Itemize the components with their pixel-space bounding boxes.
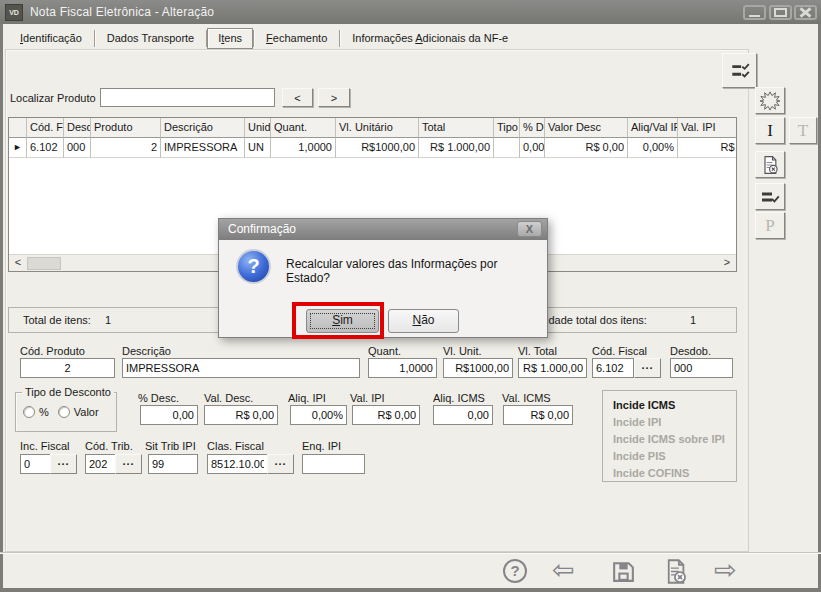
scrollbar-thumb[interactable] xyxy=(27,257,61,270)
grid-header-selector xyxy=(9,118,27,138)
enq-ipi-field[interactable] xyxy=(302,454,365,474)
previous-item-button[interactable]: < xyxy=(282,88,313,107)
dialog-close-button[interactable]: X xyxy=(517,221,542,237)
nao-button[interactable]: Não xyxy=(388,309,459,333)
grid-header-vl-unitario[interactable]: Vl. Unitário xyxy=(336,118,419,138)
val-ipi-label: Val. IPI xyxy=(350,392,385,404)
grid-header-total[interactable]: Total xyxy=(419,118,494,138)
vl-unit-field[interactable] xyxy=(443,358,513,378)
radio-valor[interactable]: Valor xyxy=(58,406,99,418)
cod-trib-lookup-button[interactable]: ... xyxy=(115,454,142,474)
val-icms-field[interactable] xyxy=(503,405,573,425)
quant-field[interactable] xyxy=(368,358,437,378)
save-icon xyxy=(610,558,637,585)
title-bar: VD Nota Fiscal Eletrônica - Alteração xyxy=(0,0,821,24)
maximize-button[interactable] xyxy=(769,5,792,20)
burst-button[interactable] xyxy=(755,87,785,114)
help-icon[interactable]: ? xyxy=(503,559,527,583)
tab-itens[interactable]: Itens xyxy=(207,28,253,49)
grid-header-aliq-val-ipi[interactable]: Aliq/Val IP xyxy=(628,118,678,138)
cell-vl-unitario: R$1000,00 xyxy=(336,138,419,158)
grid-header-produto[interactable]: Produto xyxy=(91,118,161,138)
minimize-icon xyxy=(749,15,760,17)
descricao-field[interactable] xyxy=(122,358,360,378)
minimize-button[interactable] xyxy=(743,5,766,20)
italic-button[interactable]: I xyxy=(755,117,785,144)
tab-informacoes-adicionais[interactable]: Informações Adicionais da NF-e xyxy=(340,28,520,49)
print-button: P xyxy=(755,212,785,239)
cod-produto-label: Cód. Produto xyxy=(20,345,85,357)
confirm-lines-button[interactable] xyxy=(755,183,785,210)
grid-header-cod-fiscal[interactable]: Cód. F xyxy=(27,118,64,138)
incide-icms-sobre-ipi: Incide ICMS sobre IPI xyxy=(613,431,736,448)
grid-header-valor-desc[interactable]: Valor Desc xyxy=(545,118,628,138)
vl-total-label: Vl. Total xyxy=(518,345,557,357)
total-itens-label: Total de itens: xyxy=(23,314,91,326)
close-button[interactable] xyxy=(794,5,817,20)
radio-percent-icon xyxy=(23,406,35,418)
incide-panel: Incide ICMS Incide IPI Incide ICMS sobre… xyxy=(602,390,737,482)
grid-header-tipo[interactable]: Tipo xyxy=(494,118,520,138)
val-desc-field[interactable] xyxy=(204,405,278,425)
forward-arrow-icon[interactable]: ⇨ xyxy=(714,557,737,584)
cancel-document-button[interactable] xyxy=(662,558,689,585)
cell-valor-desc: R$ 0,00 xyxy=(545,138,628,158)
bottom-toolbar-divider xyxy=(0,552,821,553)
save-button[interactable] xyxy=(610,558,637,585)
tab-dados-transporte[interactable]: Dados Transporte xyxy=(95,28,206,49)
desdob-field[interactable] xyxy=(670,358,733,378)
cell-quant: 1,0000 xyxy=(271,138,336,158)
document-delete-icon xyxy=(662,558,689,585)
grid-row-impressora[interactable]: ► 6.102 000 2 IMPRESSORA UN 1,0000 R$100… xyxy=(9,138,736,158)
aliq-ipi-field[interactable] xyxy=(290,405,347,425)
search-input[interactable] xyxy=(100,88,275,107)
inc-fiscal-lookup-button[interactable]: ... xyxy=(50,454,77,474)
sit-trib-ipi-field[interactable] xyxy=(148,454,198,474)
scroll-right-icon[interactable]: > xyxy=(719,255,735,270)
back-arrow-icon[interactable]: ⇦ xyxy=(552,557,575,584)
grid-header-desdob[interactable]: Desd xyxy=(64,118,91,138)
cell-val-ipi: R$ 0,00 xyxy=(678,138,737,158)
enq-ipi-label: Enq. IPI xyxy=(302,440,341,452)
pct-desc-label: % Desc. xyxy=(138,392,179,404)
cell-aliq-val-ipi: 0,00% xyxy=(628,138,678,158)
pct-desc-field[interactable] xyxy=(140,405,198,425)
val-desc-label: Val. Desc. xyxy=(204,392,253,404)
question-icon: ? xyxy=(236,249,271,284)
scroll-left-icon[interactable]: < xyxy=(10,255,26,270)
dialog-message: Recalcular valores das Informações por E… xyxy=(286,257,538,285)
tab-fechamento[interactable]: Fechamento xyxy=(254,28,339,49)
cod-fiscal-field[interactable] xyxy=(592,358,634,378)
quantidade-total-value: 1 xyxy=(690,314,696,326)
cod-produto-field[interactable] xyxy=(20,358,115,378)
incide-cofins: Incide COFINS xyxy=(613,465,736,482)
cod-fiscal-lookup-button[interactable]: ... xyxy=(634,358,661,378)
next-item-button[interactable]: > xyxy=(318,88,350,107)
search-label: Localizar Produto xyxy=(10,92,96,104)
grid-header-val-ipi[interactable]: Val. IPI xyxy=(678,118,737,138)
aliq-icms-field[interactable] xyxy=(433,405,493,425)
confirmation-dialog: Confirmação X ? Recalcular valores das I… xyxy=(218,218,548,338)
vl-total-field[interactable] xyxy=(518,358,587,378)
cell-cod-fiscal: 6.102 xyxy=(27,138,64,158)
incide-ipi: Incide IPI xyxy=(613,414,736,431)
app-window: VD Nota Fiscal Eletrônica - Alteração Id… xyxy=(0,0,821,592)
cod-trib-field[interactable] xyxy=(85,454,116,474)
desdob-label: Desdob. xyxy=(670,345,711,357)
val-ipi-field[interactable] xyxy=(352,405,420,425)
mark-all-items-button[interactable] xyxy=(722,53,757,88)
radio-percent[interactable]: % xyxy=(23,406,49,418)
delete-item-button[interactable] xyxy=(755,151,785,178)
dialog-title-bar: Confirmação xyxy=(219,219,547,240)
incide-icms: Incide ICMS xyxy=(613,397,736,414)
inc-fiscal-field[interactable] xyxy=(20,454,51,474)
vl-unit-label: Vl. Unit. xyxy=(443,345,482,357)
grid-header-unid[interactable]: Unid xyxy=(245,118,271,138)
grid-header-descricao[interactable]: Descrição xyxy=(161,118,245,138)
grid-header-pct-desc[interactable]: % De xyxy=(520,118,545,138)
clas-fiscal-lookup-button[interactable]: ... xyxy=(267,454,294,474)
tab-identificacao[interactable]: Identificação xyxy=(8,28,94,49)
grid-header-quant[interactable]: Quant. xyxy=(271,118,336,138)
clas-fiscal-field[interactable] xyxy=(207,454,268,474)
row-marker-icon: ► xyxy=(9,138,27,158)
